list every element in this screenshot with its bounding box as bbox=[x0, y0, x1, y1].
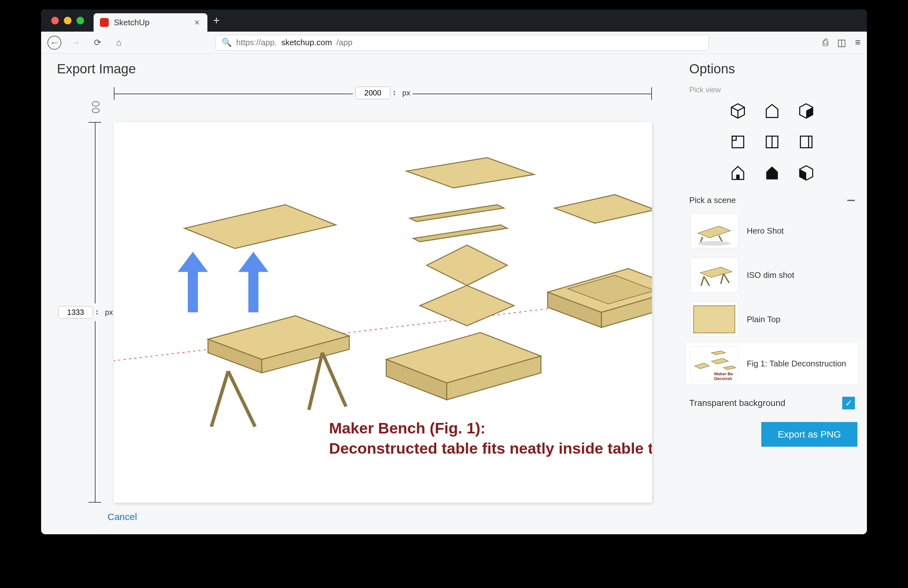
height-stepper[interactable]: ▲▼ bbox=[95, 309, 102, 316]
pick-scene-header[interactable]: Pick a scene bbox=[687, 195, 857, 210]
svg-marker-46 bbox=[700, 267, 732, 277]
view-grid bbox=[725, 100, 819, 184]
browser-tab[interactable]: SketchUp × bbox=[93, 13, 208, 32]
svg-marker-55 bbox=[724, 366, 736, 370]
url-pre: https://app. bbox=[236, 38, 277, 47]
back-view-button[interactable] bbox=[760, 131, 785, 153]
top-view-button[interactable] bbox=[725, 131, 750, 153]
cancel-button[interactable]: Cancel bbox=[108, 512, 137, 522]
scene-thumb: Maker BeDeconstr bbox=[691, 346, 738, 381]
link-dimensions-icon[interactable]: ⬭⬭ bbox=[92, 100, 100, 113]
scene-label: Hero Shot bbox=[747, 226, 784, 236]
export-button[interactable]: Export as PNG bbox=[761, 422, 857, 447]
transparent-label: Transparent background bbox=[689, 398, 785, 408]
canvas-area: ⬭⬭ ▲▼ px ▲▼ px bbox=[73, 84, 652, 503]
pick-scene-label: Pick a scene bbox=[689, 195, 736, 205]
maximize-window-icon[interactable] bbox=[77, 17, 84, 24]
svg-line-6 bbox=[309, 353, 322, 410]
right-view-button[interactable] bbox=[794, 100, 819, 122]
scene-item-fig1[interactable]: Maker BeDeconstr Fig 1: Table Deconstruc… bbox=[687, 343, 857, 384]
svg-marker-11 bbox=[406, 158, 534, 188]
svg-marker-15 bbox=[420, 285, 514, 326]
search-icon: 🔍 bbox=[222, 38, 232, 47]
svg-marker-54 bbox=[712, 359, 728, 364]
svg-marker-10 bbox=[238, 252, 269, 313]
footer-bar: Cancel bbox=[44, 503, 674, 531]
svg-point-45 bbox=[698, 241, 731, 246]
height-input[interactable] bbox=[58, 306, 93, 319]
tab-title: SketchUp bbox=[114, 18, 150, 27]
svg-line-7 bbox=[322, 353, 346, 406]
height-unit: px bbox=[105, 308, 113, 317]
svg-marker-8 bbox=[184, 205, 336, 248]
options-panel: Options Pick view Pick a scene bbox=[684, 54, 867, 534]
collapse-icon[interactable] bbox=[847, 200, 855, 201]
caption-line-2: Deconstructed table fits neatly inside t… bbox=[329, 440, 652, 457]
left-view-button[interactable] bbox=[794, 131, 819, 153]
options-title: Options bbox=[687, 57, 857, 84]
bottom-view-button[interactable] bbox=[725, 162, 750, 184]
close-window-icon[interactable] bbox=[51, 17, 59, 24]
perspective-view-button[interactable] bbox=[760, 162, 785, 184]
home-button[interactable]: ⌂ bbox=[112, 36, 126, 50]
scene-thumb bbox=[691, 258, 738, 292]
library-icon[interactable]: ⎙ bbox=[823, 37, 828, 48]
svg-line-26 bbox=[731, 107, 738, 111]
tab-bar: SketchUp × + bbox=[41, 10, 867, 32]
svg-line-49 bbox=[721, 274, 724, 284]
browser-window: SketchUp × + ← → ⟳ ⌂ 🔍 https://app.sketc… bbox=[41, 10, 867, 534]
page-title: Export Image bbox=[44, 57, 674, 84]
close-tab-icon[interactable]: × bbox=[193, 17, 201, 28]
url-post: /app bbox=[336, 38, 353, 47]
url-host: sketchup.com bbox=[282, 38, 332, 47]
scene-item-plain-top[interactable]: Plain Top bbox=[687, 299, 857, 340]
two-point-view-button[interactable] bbox=[794, 162, 819, 184]
svg-line-47 bbox=[701, 276, 704, 286]
app-body: Export Image ⬭⬭ ▲▼ px bbox=[41, 54, 867, 534]
svg-marker-28 bbox=[766, 104, 778, 117]
svg-text:Maker Be: Maker Be bbox=[714, 371, 733, 376]
svg-line-27 bbox=[738, 107, 745, 111]
svg-rect-31 bbox=[732, 136, 744, 148]
width-ruler: ▲▼ px bbox=[114, 84, 652, 103]
svg-marker-42 bbox=[698, 226, 731, 238]
scene-label: ISO dim shot bbox=[747, 270, 794, 280]
width-input[interactable] bbox=[355, 87, 390, 99]
scene-item-iso-dim[interactable]: ISO dim shot bbox=[687, 255, 857, 296]
sidebar-icon[interactable]: ◫ bbox=[837, 37, 846, 48]
svg-marker-12 bbox=[410, 205, 504, 222]
svg-line-5 bbox=[228, 371, 255, 427]
width-stepper[interactable]: ▲▼ bbox=[393, 90, 399, 96]
svg-line-4 bbox=[211, 371, 228, 427]
width-unit: px bbox=[402, 89, 410, 97]
url-input[interactable]: 🔍 https://app.sketchup.com/app bbox=[216, 35, 709, 51]
svg-marker-19 bbox=[555, 195, 652, 223]
scene-item-hero-shot[interactable]: Hero Shot bbox=[687, 210, 857, 251]
height-ruler: ▲▼ px bbox=[85, 122, 104, 503]
svg-rect-51 bbox=[694, 306, 735, 333]
menu-icon[interactable]: ≡ bbox=[855, 37, 861, 48]
svg-rect-38 bbox=[736, 174, 740, 179]
reload-button[interactable]: ⟳ bbox=[90, 36, 104, 50]
back-button[interactable]: ← bbox=[47, 36, 61, 50]
window-controls bbox=[51, 17, 84, 24]
scene-label: Plain Top bbox=[747, 314, 781, 324]
svg-marker-13 bbox=[413, 225, 507, 242]
svg-marker-39 bbox=[766, 166, 778, 179]
svg-line-50 bbox=[724, 274, 729, 283]
sketchup-favicon-icon bbox=[100, 18, 109, 27]
svg-marker-14 bbox=[427, 245, 507, 285]
pick-view-label: Pick view bbox=[687, 84, 857, 100]
svg-text:Deconstr: Deconstr bbox=[714, 376, 733, 381]
transparent-checkbox[interactable]: ✓ bbox=[842, 397, 855, 409]
new-tab-button[interactable]: + bbox=[213, 14, 220, 27]
svg-marker-9 bbox=[178, 252, 208, 313]
preview-canvas: Maker Bench (Fig. 1): Deconstructed tabl… bbox=[114, 122, 652, 503]
minimize-window-icon[interactable] bbox=[64, 17, 71, 24]
scene-thumb bbox=[691, 302, 738, 337]
iso-view-button[interactable] bbox=[725, 100, 750, 122]
svg-rect-35 bbox=[800, 136, 812, 148]
scene-thumb bbox=[691, 213, 738, 248]
forward-button[interactable]: → bbox=[69, 36, 83, 50]
front-view-button[interactable] bbox=[760, 100, 785, 122]
